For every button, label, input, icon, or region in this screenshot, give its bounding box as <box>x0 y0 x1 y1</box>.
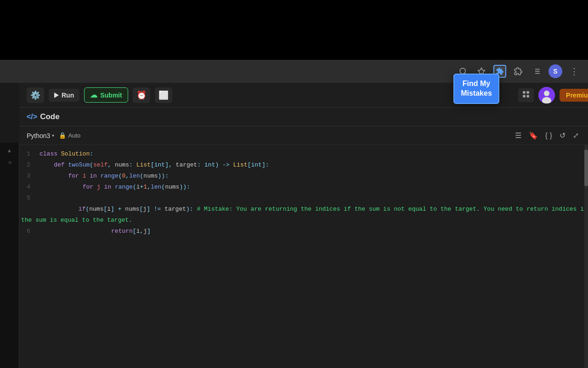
svg-point-14 <box>544 91 549 96</box>
code-section-title: Code <box>40 112 60 121</box>
user-profile-avatar[interactable] <box>538 87 555 104</box>
undo-button[interactable]: ↺ <box>558 130 567 141</box>
tab-manager-icon[interactable] <box>530 65 543 78</box>
code-line: 3 for i in range(0,len(nums)): <box>19 171 588 182</box>
cloud-icon: ☁ <box>90 91 97 99</box>
debug-button[interactable]: ⚙️ <box>27 87 44 103</box>
grid-view-button[interactable] <box>518 88 534 102</box>
more-menu-icon[interactable]: ⋮ <box>568 65 581 78</box>
bug-icon: ⚙️ <box>30 90 40 100</box>
alarm-icon: ⏰ <box>136 90 147 100</box>
auto-mode: 🔒 Auto <box>59 132 80 139</box>
sidebar-label: e <box>7 161 12 164</box>
code-line: 1 class Solution: <box>19 149 588 160</box>
top-black-bar <box>0 0 588 60</box>
code-toolbar-right: ☰ 🔖 { } ↺ ⤢ <box>513 130 581 141</box>
svg-rect-12 <box>527 95 529 97</box>
bookmark-button[interactable]: 🔖 <box>527 130 540 141</box>
code-tag-icon: </> <box>27 113 37 121</box>
editor-toolbar: ⚙️ Run ☁ Submit ⏰ ⬜ <box>19 83 588 108</box>
run-label: Run <box>62 92 74 99</box>
submit-label: Submit <box>100 92 122 99</box>
svg-rect-11 <box>523 95 525 97</box>
lock-icon: 🔒 <box>59 132 66 139</box>
copy-button[interactable]: ⬜ <box>155 87 172 103</box>
left-sidebar: ▲ e ▼ <box>0 143 19 368</box>
alarm-button[interactable]: ⏰ <box>133 87 150 103</box>
svg-point-0 <box>460 68 465 74</box>
expand-button[interactable]: ⤢ <box>571 130 581 141</box>
code-section: </> Code Python3 ▾ 🔒 Auto ☰ 🔖 { } ↺ ⤢ <box>19 108 588 368</box>
language-label: Python3 <box>27 132 50 139</box>
main-content: ▲ e ▼ ⚙️ Run ☁ Submit ⏰ ⬜ <box>0 83 588 368</box>
run-button[interactable]: Run <box>49 89 79 102</box>
sidebar-scroll-up[interactable]: ▲ <box>6 146 13 155</box>
auto-label: Auto <box>68 132 80 139</box>
find-my-mistakes-button[interactable]: Find My Mistakes <box>453 74 499 104</box>
code-line: 2 def twoSum(self, nums: List[int], targ… <box>19 160 588 171</box>
chevron-down-icon: ▾ <box>52 133 54 138</box>
code-line: 4 for j in range(i+1,len(nums)): <box>19 182 588 193</box>
format-button[interactable]: ☰ <box>513 130 523 141</box>
puzzle-icon[interactable] <box>512 65 525 78</box>
submit-button[interactable]: ☁ Submit <box>84 87 128 103</box>
code-header: </> Code <box>19 108 588 126</box>
code-line: 6 return[i,j] <box>19 226 588 237</box>
copy-icon: ⬜ <box>158 90 169 100</box>
scrollbar-track <box>584 145 588 368</box>
language-selector[interactable]: Python3 ▾ <box>27 132 54 139</box>
play-icon <box>54 92 59 98</box>
toolbar-right: Premium <box>518 87 588 104</box>
premium-button[interactable]: Premium <box>560 89 588 102</box>
braces-button[interactable]: { } <box>543 131 554 141</box>
browser-chrome: S ⋮ Find My Mistakes <box>0 60 588 83</box>
code-editor[interactable]: 1 class Solution: 2 def twoSum(self, num… <box>19 145 588 368</box>
code-line: 5 if(nums[i] + nums[j] != target): # Mis… <box>19 193 588 226</box>
code-toolbar: Python3 ▾ 🔒 Auto ☰ 🔖 { } ↺ ⤢ <box>19 126 588 145</box>
scrollbar-thumb[interactable] <box>584 150 588 186</box>
avatar-image <box>538 87 555 104</box>
user-avatar[interactable]: S <box>548 64 562 78</box>
svg-rect-9 <box>523 91 525 93</box>
svg-rect-10 <box>527 91 529 93</box>
